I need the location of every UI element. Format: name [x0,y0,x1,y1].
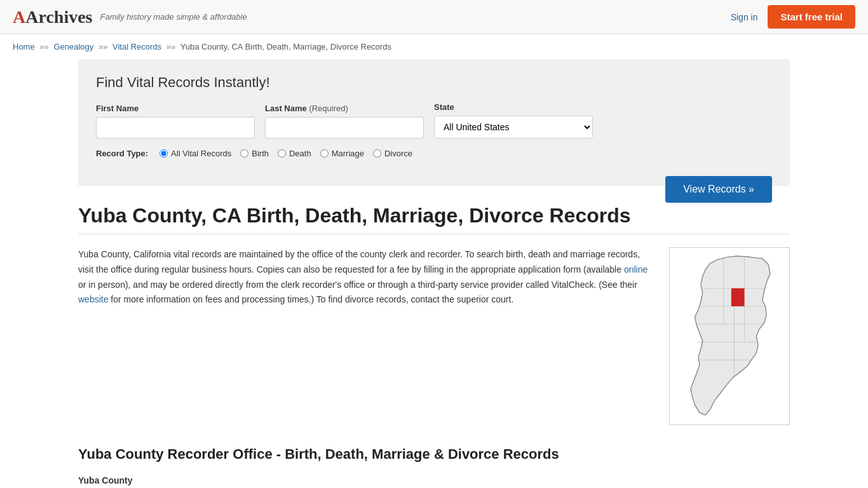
radio-birth-input[interactable] [240,149,248,158]
breadcrumb-separator-2: »» [98,42,110,51]
record-type-label: Record Type: [96,149,148,158]
search-box: Find Vital Records Instantly! First Name… [78,59,790,186]
state-label: State [434,102,593,112]
breadcrumb-separator-1: »» [39,42,51,51]
last-name-label: Last Name (Required) [265,104,424,113]
office-name: Yuba County [78,471,790,488]
yuba-county-highlight [731,288,745,306]
record-type-options: All Vital Records Birth Death Marriage D… [159,149,412,158]
breadcrumb-separator-3: »» [166,42,178,51]
sign-in-link[interactable]: Sign in [731,12,758,22]
breadcrumb-current: Yuba County, CA Birth, Death, Marriage, … [180,42,391,51]
description-text-1: Yuba County, California vital records ar… [78,249,640,274]
last-name-group: Last Name (Required) [265,104,424,139]
california-map [669,247,790,425]
breadcrumb-genealogy[interactable]: Genealogy [53,42,93,51]
main-content: Find Vital Records Instantly! First Name… [65,59,803,488]
description-text-1c: for more information on fees and process… [111,294,513,304]
first-name-input[interactable] [96,117,255,139]
radio-divorce[interactable]: Divorce [373,149,412,158]
radio-marriage-label: Marriage [332,149,364,158]
breadcrumb: Home »» Genealogy »» Vital Records »» Yu… [0,34,868,59]
radio-birth-label: Birth [252,149,269,158]
breadcrumb-home[interactable]: Home [13,42,35,51]
first-name-label: First Name [96,104,255,113]
header-left: AArchives Family history made simple & a… [13,7,247,27]
radio-divorce-label: Divorce [384,149,412,158]
sub-heading: Yuba County Recorder Office - Birth, Dea… [78,446,790,463]
radio-all-label: All Vital Records [171,149,231,158]
record-type-row: Record Type: All Vital Records Birth Dea… [96,149,772,158]
search-title: Find Vital Records Instantly! [96,74,772,91]
description-text-1b: or in person), and may be ordered direct… [78,280,637,290]
start-trial-button[interactable]: Start free trial [768,5,855,29]
description-paragraph: Yuba County, California vital records ar… [78,247,650,308]
form-row: First Name Last Name (Required) State Al… [96,102,772,139]
radio-birth[interactable]: Birth [240,149,269,158]
title-divider [78,234,790,234]
radio-all-vital[interactable]: All Vital Records [159,149,231,158]
state-group: State All United StatesAlabamaAlaskaAriz… [434,102,593,139]
site-logo: AArchives [13,7,92,27]
content-area: Yuba County, California vital records ar… [78,247,790,427]
logo-highlight: A [13,7,25,27]
view-records-button[interactable]: View Records » [665,176,772,203]
radio-marriage[interactable]: Marriage [320,149,364,158]
radio-death-input[interactable] [278,149,286,158]
content-text: Yuba County, California vital records ar… [78,247,650,427]
first-name-group: First Name [96,104,255,139]
radio-all-input[interactable] [159,149,168,158]
state-select[interactable]: All United StatesAlabamaAlaskaArizonaArk… [434,116,593,139]
ca-map-container [669,247,790,427]
page-title: Yuba County, CA Birth, Death, Marriage, … [78,204,790,227]
radio-death[interactable]: Death [278,149,311,158]
website-link-inline[interactable]: website [78,294,108,304]
breadcrumb-vital-records[interactable]: Vital Records [112,42,161,51]
radio-divorce-input[interactable] [373,149,381,158]
header-right: Sign in Start free trial [731,5,855,29]
site-tagline: Family history made simple & affordable [100,12,247,22]
header: AArchives Family history made simple & a… [0,0,868,34]
online-link[interactable]: online [624,264,648,274]
radio-marriage-input[interactable] [320,149,329,158]
office-info: Yuba County 915 8th St, #107 Marysville,… [78,471,790,488]
ca-outline [691,256,770,415]
radio-death-label: Death [289,149,311,158]
last-name-input[interactable] [265,117,424,139]
